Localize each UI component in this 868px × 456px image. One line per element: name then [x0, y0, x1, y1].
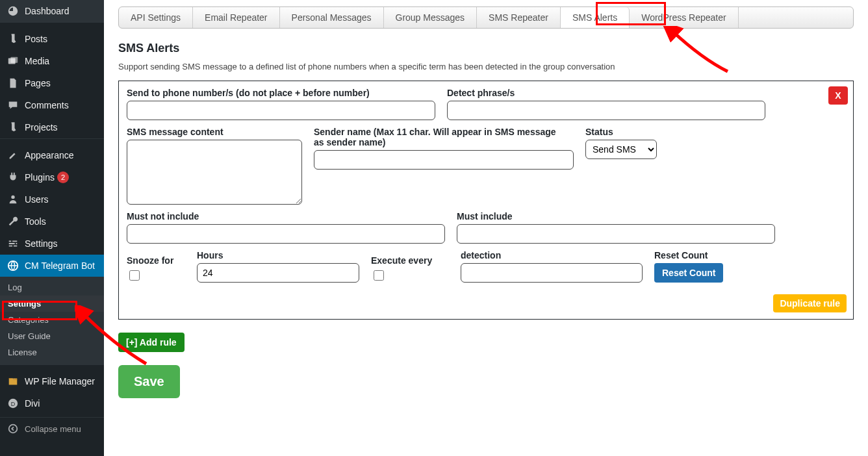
submenu-log[interactable]: Log [0, 279, 104, 296]
sidebar-item-appearance[interactable]: Appearance [0, 144, 104, 166]
comment-icon [6, 99, 19, 112]
sidebar-item-label: Users [25, 194, 49, 205]
submenu-license[interactable]: License [0, 344, 104, 361]
sidebar-item-divi[interactable]: D Divi [0, 392, 104, 414]
sidebar-item-label: Tools [25, 216, 46, 227]
sidebar-item-label: Plugins [25, 172, 55, 183]
execute-label: Execute every [371, 255, 449, 266]
main-content: API Settings Email Repeater Personal Mes… [104, 0, 868, 456]
update-badge: 2 [57, 171, 69, 183]
tab-personal-messages[interactable]: Personal Messages [280, 7, 384, 28]
sidebar-item-label: Comments [25, 100, 69, 110]
users-icon [6, 193, 19, 206]
page-title: SMS Alerts [118, 42, 854, 55]
tab-api-settings[interactable]: API Settings [119, 7, 193, 28]
collapse-label: Collapse menu [25, 424, 81, 434]
add-rule-button[interactable]: [+] Add rule [118, 333, 185, 352]
wrench-icon [6, 215, 19, 228]
sidebar-item-posts[interactable]: Posts [0, 28, 104, 50]
phone-input[interactable] [127, 101, 435, 120]
brush-icon [6, 149, 19, 162]
sidebar-submenu: Log Settings Categories User Guide Licen… [0, 277, 104, 364]
sender-input[interactable] [314, 150, 574, 170]
sidebar-item-media[interactable]: Media [0, 50, 104, 72]
page-icon [6, 77, 19, 90]
sidebar-item-label: Media [25, 56, 49, 66]
submenu-categories[interactable]: Categories [0, 312, 104, 328]
reset-label: Reset Count [654, 250, 723, 260]
sliders-icon [6, 237, 19, 250]
must-label: Must include [457, 211, 775, 222]
detect-input[interactable] [447, 101, 765, 120]
sidebar-item-label: Dashboard [25, 6, 70, 16]
svg-point-7 [9, 425, 18, 433]
tab-sms-repeater[interactable]: SMS Repeater [477, 7, 561, 28]
sidebar-item-users[interactable]: Users [0, 188, 104, 210]
wp-admin-sidebar: Dashboard Posts Media Pages Comments Pro… [0, 0, 104, 456]
sidebar-item-settings[interactable]: Settings [0, 233, 104, 255]
tab-wordpress-repeater[interactable]: WordPress Repeater [630, 7, 738, 28]
divi-icon: D [6, 397, 19, 410]
tab-email-repeater[interactable]: Email Repeater [193, 7, 280, 28]
pin-icon [6, 32, 19, 45]
svg-point-2 [11, 196, 14, 199]
sender-label: Sender name (Max 11 char. Will appear in… [314, 127, 561, 147]
detection-label: detection [461, 250, 643, 260]
plugin-icon [6, 171, 19, 184]
media-icon [6, 55, 19, 68]
settings-tabs: API Settings Email Repeater Personal Mes… [118, 6, 854, 29]
sidebar-item-comments[interactable]: Comments [0, 94, 104, 116]
reset-count-button[interactable]: Reset Count [654, 263, 723, 283]
sidebar-item-wp-file-manager[interactable]: WP File Manager [0, 370, 104, 392]
delete-rule-button[interactable]: X [828, 86, 848, 105]
sidebar-item-label: Settings [25, 238, 58, 249]
must-input[interactable] [457, 224, 775, 244]
execute-checkbox[interactable] [374, 270, 384, 281]
status-label: Status [585, 127, 657, 137]
content-label: SMS message content [127, 127, 302, 137]
sidebar-item-projects[interactable]: Projects [0, 116, 104, 138]
hours-label: Hours [197, 250, 359, 260]
submenu-user-guide[interactable]: User Guide [0, 328, 104, 344]
sidebar-item-label: Divi [25, 398, 40, 409]
globe-icon [6, 259, 19, 272]
sidebar-item-label: Pages [25, 78, 51, 88]
sidebar-item-label: Appearance [25, 150, 74, 160]
sidebar-item-tools[interactable]: Tools [0, 210, 104, 233]
phone-label: Send to phone number/s (do not place + b… [127, 88, 435, 98]
submenu-settings[interactable]: Settings [0, 296, 104, 312]
tab-sms-alerts[interactable]: SMS Alerts [561, 7, 630, 28]
svg-rect-1 [10, 57, 18, 63]
snooze-checkbox[interactable] [129, 270, 140, 281]
sidebar-item-label: WP File Manager [25, 376, 95, 386]
tab-group-messages[interactable]: Group Messages [384, 7, 478, 28]
sidebar-item-cm-telegram-bot[interactable]: CM Telegram Bot [0, 255, 104, 277]
mustnot-label: Must not include [127, 211, 445, 222]
rule-box: X Send to phone number/s (do not place +… [118, 81, 854, 320]
detect-label: Detect phrase/s [447, 88, 765, 98]
status-select[interactable]: Send SMS [585, 140, 657, 159]
snooze-label: Snooze for [127, 255, 185, 266]
collapse-menu[interactable]: Collapse menu [0, 417, 104, 440]
sidebar-item-label: Projects [25, 122, 58, 133]
collapse-icon [6, 422, 19, 435]
svg-text:D: D [11, 401, 16, 407]
tab-spacer [739, 7, 853, 28]
hours-input[interactable] [197, 263, 359, 283]
page-description: Support sending SMS message to a defined… [118, 62, 854, 71]
sidebar-item-pages[interactable]: Pages [0, 72, 104, 94]
folder-icon [6, 375, 19, 388]
sidebar-item-plugins[interactable]: Plugins 2 [0, 166, 104, 188]
sidebar-item-label: Posts [25, 34, 47, 44]
sidebar-item-dashboard[interactable]: Dashboard [0, 0, 104, 22]
save-button[interactable]: Save [118, 365, 180, 398]
dashboard-icon [6, 5, 19, 18]
detection-input[interactable] [461, 263, 643, 283]
pin-icon [6, 121, 19, 134]
sidebar-item-label: CM Telegram Bot [25, 260, 95, 271]
content-textarea[interactable] [127, 140, 302, 205]
duplicate-rule-button[interactable]: Duplicate rule [773, 294, 847, 312]
mustnot-input[interactable] [127, 224, 445, 244]
